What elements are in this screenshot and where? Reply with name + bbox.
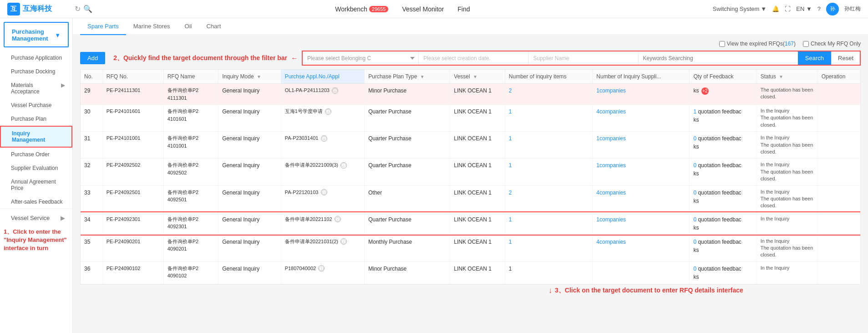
table-row[interactable]: 35 PE-P24090201 备件询价单P24090201 General I…: [81, 235, 860, 261]
th-purchase-plan-type[interactable]: Purchase Plan Type ▼: [365, 70, 450, 84]
cell-status: The quotation has been closed.: [756, 84, 817, 105]
sidebar-item-purchase-plan[interactable]: Purchase Plan: [0, 112, 72, 126]
cell-no: 32: [81, 159, 102, 185]
th-status[interactable]: Status ▼: [756, 70, 817, 84]
cell-no: 36: [81, 261, 102, 284]
lang-switcher[interactable]: EN ▼: [796, 5, 812, 12]
table-row[interactable]: 30 PE-P24101601 备件询价单P24101601 General I…: [81, 105, 860, 132]
cell-appl: 互海1号学度申请 ⓘ: [281, 105, 365, 132]
cell-inquiry-items: 2: [505, 84, 593, 105]
th-operation: Operation: [817, 70, 860, 84]
nav-workbench[interactable]: Workbench 29655: [335, 5, 388, 13]
filter-bar: Please select Belonging C Search Reset: [302, 51, 861, 66]
cell-mode: General Inquiry: [218, 105, 281, 132]
cell-appl: 备件申请单20221102 ⓘ: [281, 212, 365, 235]
switching-system[interactable]: Switching System ▼: [713, 5, 766, 12]
dropdown-icon: ▼: [761, 5, 766, 12]
cell-appl: PA-P23031401 ⓘ: [281, 132, 365, 159]
cell-inquiry-items: 2: [505, 185, 593, 212]
sidebar-item-purchase-docking[interactable]: Purchase Docking: [0, 65, 72, 78]
th-vessel[interactable]: Vessel ▼: [450, 70, 505, 84]
help-icon[interactable]: ?: [817, 5, 821, 12]
check-my-rfq-checkbox-label[interactable]: Check My RFQ Only: [803, 41, 861, 47]
avatar[interactable]: 孙: [826, 3, 839, 15]
cell-rfq-name: 备件询价单P24090201: [163, 235, 218, 261]
cell-plan-type: Quarter Purchase: [365, 132, 450, 159]
table-row[interactable]: 29 PE-P24111301 备件询价单P24111301 General I…: [81, 84, 860, 105]
page-body: View the expired RFQs(167) Check My RFQ …: [73, 35, 868, 333]
cell-mode: General Inquiry: [218, 84, 281, 105]
sidebar-item-vessel-service[interactable]: Vessel Service ▶: [0, 209, 72, 225]
cell-rfq-no: PE-P24092301: [102, 212, 163, 235]
sidebar-item-supplier-evaluation[interactable]: Supplier Evaluation: [0, 161, 72, 175]
cell-plan-type: Quarter Purchase: [365, 105, 450, 132]
table-row[interactable]: 36 PE-P24090102 备件询价单P24090102 General I…: [81, 261, 860, 284]
nav-find[interactable]: Find: [457, 5, 470, 13]
sidebar-item-annual-agreement-price[interactable]: Annual Agreement Price: [0, 175, 72, 195]
cell-operation: [817, 84, 860, 105]
view-expired-checkbox[interactable]: [719, 41, 725, 47]
cell-inquiry-items: 1: [505, 235, 593, 261]
annotation2-text: 2、Quickly find the target document throu…: [113, 54, 287, 62]
user-name: 孙红梅: [844, 5, 861, 13]
annotation3-row: ↓ 3、Click on the target document to ente…: [80, 287, 861, 295]
nav-right: Switching System ▼ 🔔 ⛶ EN ▼ ? 孙 孙红梅: [713, 3, 861, 15]
logo-icon: 互: [7, 3, 20, 15]
view-expired-checkbox-label[interactable]: View the expired RFQs(167): [719, 41, 796, 47]
bell-icon[interactable]: 🔔: [772, 5, 779, 12]
th-purchase-appl: Purchse Appl.No./Appl: [281, 70, 365, 84]
sidebar-item-inquiry-management[interactable]: Inquiry Management: [0, 126, 72, 148]
sidebar-item-purchase-order[interactable]: Purchase Order: [0, 148, 72, 161]
search-button[interactable]: Search: [798, 51, 831, 65]
th-inquiry-mode[interactable]: Inquiry Mode ▼: [218, 70, 281, 84]
cell-qty-feedback: 0 quotation feedbacks: [690, 185, 756, 212]
table-row[interactable]: 31 PE-P24101001 备件询价单P24101001 General I…: [81, 132, 860, 159]
tab-oil[interactable]: Oil: [178, 18, 199, 35]
supplier-name-input[interactable]: [528, 51, 638, 65]
tab-spare-parts[interactable]: Spare Parts: [80, 18, 126, 35]
cell-status: In the InquiryThe quotation has been clo…: [756, 159, 817, 185]
table-row[interactable]: 32 PE-P24092502 备件询价单P24092502 General I…: [81, 159, 860, 185]
creation-date-input[interactable]: [419, 51, 528, 65]
search-nav-icon[interactable]: 🔍: [83, 5, 92, 13]
cell-vessel: LINK OCEAN 1: [450, 159, 505, 185]
cell-appl: OL1-PA-P24111203 ⓘ: [281, 84, 365, 105]
cell-qty-feedback: 0 quotation feedbacks: [690, 159, 756, 185]
expand-icon[interactable]: ⛶: [785, 5, 791, 12]
main-layout: Purchasing Management ▼ Purchase Applica…: [0, 18, 868, 333]
table-row[interactable]: 33 PE-P24092501 备件询价单P24092501 General I…: [81, 185, 860, 212]
add-button[interactable]: Add: [80, 52, 105, 64]
nav-icons-left: ↻ 🔍: [75, 5, 92, 13]
reset-button[interactable]: Reset: [831, 51, 860, 65]
table-row-selected[interactable]: 34 PE-P24092301 备件询价单P24092301 General I…: [81, 212, 860, 235]
cell-no: 29: [81, 84, 102, 105]
cell-mode: General Inquiry: [218, 132, 281, 159]
nav-vessel-monitor[interactable]: Vessel Monitor: [402, 5, 444, 13]
check-my-rfq-checkbox[interactable]: [803, 41, 809, 47]
cell-status: In the Inquiry: [756, 212, 817, 235]
keywords-input[interactable]: [639, 51, 798, 65]
tabs-bar: Spare Parts Marine Stores Oil Chart: [73, 18, 868, 35]
belonging-select[interactable]: Please select Belonging C: [303, 51, 419, 65]
cell-rfq-name: 备件询价单P24101001: [163, 132, 218, 159]
cell-operation: [817, 235, 860, 261]
cell-qty-feedback: 1 quotation feedbacks: [690, 105, 756, 132]
sidebar-item-vessel-purchase[interactable]: Vessel Purchase: [0, 98, 72, 112]
back-icon[interactable]: ↻: [75, 5, 81, 13]
cell-vessel: LINK OCEAN 1: [450, 185, 505, 212]
cell-inquiry-items: 1: [505, 105, 593, 132]
tab-marine-stores[interactable]: Marine Stores: [126, 18, 178, 35]
table-header-row: No. RFQ No. RFQ Name Inquiry Mode ▼ Purc…: [81, 70, 860, 84]
sidebar-item-purchase-application[interactable]: Purchase Application: [0, 51, 72, 65]
cell-operation: [817, 132, 860, 159]
th-rfq-name: RFQ Name: [163, 70, 218, 84]
sidebar-item-materials-acceptance[interactable]: Materials Acceptance ▶: [0, 78, 72, 98]
cell-vessel: LINK OCEAN 1: [450, 235, 505, 261]
cell-no: 33: [81, 185, 102, 212]
sidebar-item-after-sales-feedback[interactable]: After-sales Feedback: [0, 195, 72, 209]
tab-chart[interactable]: Chart: [199, 18, 228, 35]
sidebar-section-title[interactable]: Purchasing Management ▼: [4, 22, 69, 47]
th-inquiry-suppliers: Number of Inquiry Suppli...: [593, 70, 690, 84]
cell-plan-type: Quarter Purchase: [365, 159, 450, 185]
cell-operation: [817, 261, 860, 284]
